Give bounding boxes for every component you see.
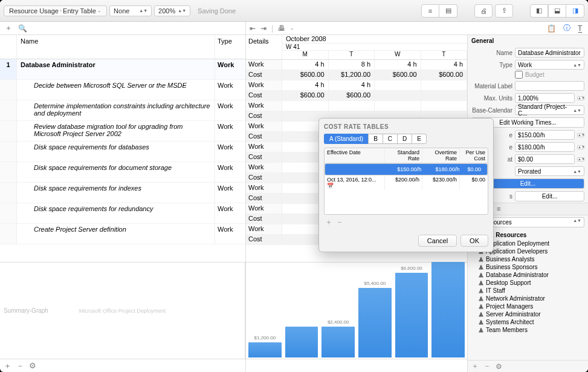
filter-select[interactable]: None ▲▼ bbox=[109, 5, 152, 16]
chevron-down-icon: ⌄ bbox=[96, 8, 102, 13]
add-resource-button[interactable]: ＋ bbox=[471, 361, 479, 371]
rate-tab[interactable]: A (Standard) bbox=[324, 134, 368, 144]
add-button[interactable]: ＋ bbox=[5, 23, 12, 33]
resource-item[interactable]: Desktop Support bbox=[470, 279, 586, 287]
chevron-down-icon[interactable]: ⌄ bbox=[290, 25, 294, 31]
name-field[interactable]: Database Administrator bbox=[515, 48, 584, 57]
rate-table[interactable]: Effective Date Standard Rate Overtime Ra… bbox=[324, 148, 488, 215]
left-footer: ＋ － ⚙ bbox=[0, 359, 245, 372]
panel-bottom-button[interactable]: ⬓ bbox=[548, 4, 566, 18]
chart-subtitle: Microsoft Office Project Deployment bbox=[79, 308, 166, 314]
chart-label-pane: Summary-Graph Microsoft Office Project D… bbox=[0, 263, 245, 359]
rate-tab[interactable]: B bbox=[368, 134, 383, 144]
person-icon bbox=[479, 273, 483, 278]
chart-bar: $1,200.00 bbox=[248, 342, 282, 357]
resource-item[interactable]: Team Members bbox=[470, 326, 586, 334]
person-icon bbox=[479, 257, 483, 262]
search-icon[interactable]: 🔍 bbox=[18, 24, 27, 33]
per-use-field[interactable]: $0.00 bbox=[515, 154, 575, 164]
resource-item[interactable]: Project Managers bbox=[470, 302, 586, 310]
inspector-footer: ＋ － ⚙ bbox=[468, 360, 588, 372]
person-icon bbox=[479, 296, 483, 301]
stepper-icon[interactable]: ▲▼ bbox=[577, 96, 584, 100]
rate-table-tabs: A (Standard)BCDE bbox=[324, 134, 488, 144]
accrual-select[interactable]: Prorated▲▼ bbox=[515, 166, 584, 176]
panel-left-button[interactable]: ◧ bbox=[530, 4, 548, 18]
settings-icon[interactable]: ⚙ bbox=[29, 361, 36, 370]
info-icon[interactable]: ⓘ bbox=[563, 23, 570, 33]
basecal-select[interactable]: Standard (Project-C...▲▼ bbox=[515, 105, 584, 115]
chart-bar: $6,600.00 bbox=[395, 273, 428, 357]
popover-title: COST RATE TABLES bbox=[324, 123, 488, 130]
rate-tab[interactable]: E bbox=[412, 134, 427, 144]
budget-checkbox[interactable] bbox=[515, 71, 523, 79]
std-rate-field[interactable]: $150.00/h bbox=[515, 130, 575, 140]
material-label-field[interactable] bbox=[515, 81, 584, 91]
task-row[interactable]: Determine implementation constraints inc… bbox=[0, 100, 245, 121]
task-row[interactable]: Review database migration tool for upgra… bbox=[0, 121, 245, 142]
chart-bar bbox=[285, 327, 318, 357]
resource-row[interactable]: 1 Database Administrator Work bbox=[0, 59, 245, 80]
cal-days: MTWT bbox=[282, 51, 467, 59]
resource-item[interactable]: Systems Architect bbox=[470, 318, 586, 326]
timeline-header: Details October 2008 W 41 MTWT bbox=[246, 35, 467, 60]
task-list-body[interactable]: 1 Database Administrator Work Decide bet… bbox=[0, 59, 245, 262]
maxunits-field[interactable]: 1,000% bbox=[515, 93, 575, 103]
col-standard-rate: Standard Rate bbox=[385, 148, 422, 163]
add-row-button[interactable]: ＋ bbox=[4, 361, 11, 371]
remove-resource-button[interactable]: － bbox=[483, 361, 491, 371]
resource-item[interactable]: Server Administrator bbox=[470, 310, 586, 318]
rate-tab[interactable]: C bbox=[383, 134, 397, 144]
type-select[interactable]: Work▲▼ bbox=[515, 60, 584, 70]
resource-type: Work bbox=[215, 59, 245, 79]
task-row[interactable]: Disk space requirements for document sto… bbox=[0, 162, 245, 183]
task-row[interactable]: Disk space requirements for indexesWork bbox=[0, 183, 245, 203]
share-button[interactable]: ⇪ bbox=[495, 4, 513, 18]
timeline-footer bbox=[246, 359, 467, 372]
nav-last-icon[interactable]: ⇥ bbox=[260, 24, 267, 33]
task-row[interactable]: Disk space requirements for databasesWor… bbox=[0, 142, 245, 162]
list-icon[interactable]: ≡ bbox=[497, 205, 500, 213]
col-overtime-rate: Overtime Rate bbox=[422, 148, 460, 163]
nav-first-icon[interactable]: ⇤ bbox=[250, 24, 256, 33]
cancel-button[interactable]: Cancel bbox=[418, 235, 457, 247]
rate-tab[interactable]: D bbox=[397, 134, 412, 144]
resource-item[interactable]: IT Staff bbox=[470, 287, 586, 295]
chart-bar: $2,400.00 bbox=[321, 327, 355, 357]
rate-row-selected[interactable]: $150.00/h $180.00/h $0.00 bbox=[325, 163, 488, 175]
edit-button-secondary[interactable]: Edit... bbox=[515, 191, 584, 201]
resource-settings-icon[interactable]: ⚙ bbox=[496, 362, 502, 371]
resource-item[interactable]: Business Analysts bbox=[470, 255, 586, 263]
stepper-icon: ▲▼ bbox=[139, 9, 147, 12]
row-id: 1 bbox=[0, 59, 17, 79]
inspector-section-general: General bbox=[468, 35, 588, 47]
task-row[interactable]: Decide between Microsoft SQL Server or t… bbox=[0, 80, 245, 100]
chart-title: Summary-Graph bbox=[4, 307, 48, 314]
calendar-icon[interactable]: 📅 bbox=[327, 183, 334, 189]
task-row[interactable]: Create Project Server definitionWork bbox=[0, 224, 245, 244]
resource-item[interactable]: Business Sponsors bbox=[470, 263, 586, 271]
add-rate-button[interactable]: ＋ bbox=[325, 217, 332, 227]
remove-row-button[interactable]: － bbox=[16, 361, 24, 371]
work-area: Name Type 1 Database Administrator Work … bbox=[0, 35, 588, 372]
resource-item[interactable]: Network Administrator bbox=[470, 295, 586, 302]
remove-rate-button[interactable]: － bbox=[336, 217, 343, 227]
print-icon[interactable]: 🖶 bbox=[278, 24, 285, 33]
rate-row[interactable]: Oct 13, 2016, 12:0... 📅 $200.00/h $230.0… bbox=[325, 175, 488, 190]
person-icon bbox=[479, 328, 483, 333]
ovt-rate-field[interactable]: $180.00/h bbox=[515, 142, 575, 152]
panel-right-button[interactable]: ◨ bbox=[566, 4, 584, 18]
list-view-button[interactable]: ≡ bbox=[421, 4, 439, 18]
resource-name: Database Administrator bbox=[17, 59, 215, 79]
zoom-select[interactable]: 200% ▲▼ bbox=[154, 5, 190, 16]
print-button[interactable]: 🖨 bbox=[474, 4, 493, 18]
chevron-right-icon: › bbox=[59, 8, 63, 13]
resource-item[interactable]: Database Administrator bbox=[470, 271, 586, 279]
calendar-view-button[interactable]: ▤ bbox=[439, 4, 457, 18]
task-row[interactable]: Disk space requirements for redundancyWo… bbox=[0, 203, 245, 224]
text-style-icon[interactable]: T̲ bbox=[578, 24, 582, 33]
breadcrumb-view: Resource Usage bbox=[9, 7, 59, 15]
breadcrumb[interactable]: Resource Usage › Entry Table ⌄ bbox=[4, 5, 107, 16]
clipboard-icon[interactable]: 📋 bbox=[547, 24, 556, 33]
ok-button[interactable]: OK bbox=[460, 235, 488, 247]
